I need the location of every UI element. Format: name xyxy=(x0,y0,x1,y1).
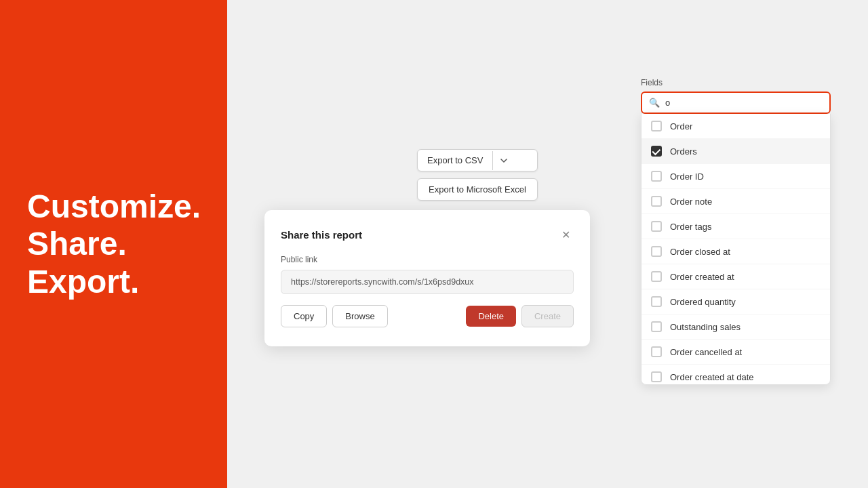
field-checkbox xyxy=(651,371,662,382)
field-item[interactable]: Ordered quantity xyxy=(642,289,830,314)
export-csv-label: Export to CSV xyxy=(418,150,492,171)
share-modal: Share this report ✕ Public link https://… xyxy=(264,210,590,346)
field-item[interactable]: Outstanding sales xyxy=(642,314,830,340)
fields-panel: Fields 🔍 OrderOrdersOrder IDOrder noteOr… xyxy=(641,78,831,385)
field-item[interactable]: Order tags xyxy=(642,214,830,239)
fields-search-input[interactable] xyxy=(665,98,823,108)
left-panel: Customize. Share. Export. xyxy=(0,0,227,488)
field-name: Order created at xyxy=(670,272,734,282)
field-checkbox xyxy=(651,346,662,357)
link-url-display: https://storereports.syncwith.com/s/1x6p… xyxy=(281,270,574,294)
export-area: Export to CSV Export to Microsoft Excel xyxy=(417,149,538,201)
chevron-down-icon xyxy=(500,157,508,165)
field-name: Order ID xyxy=(670,171,704,182)
field-name: Orders xyxy=(670,146,697,157)
field-name: Order closed at xyxy=(670,247,730,257)
share-actions: Copy Browse Delete Create xyxy=(281,305,574,327)
fields-label: Fields xyxy=(641,78,831,87)
close-button[interactable]: ✕ xyxy=(557,226,574,243)
field-item[interactable]: Order created at date xyxy=(642,365,830,385)
field-checkbox xyxy=(651,121,662,131)
field-checkbox xyxy=(651,321,662,332)
field-checkbox xyxy=(651,246,662,257)
field-checkbox xyxy=(651,271,662,282)
field-item[interactable]: Order closed at xyxy=(642,239,830,264)
field-name: Ordered quantity xyxy=(670,297,736,307)
copy-button[interactable]: Copy xyxy=(281,305,327,327)
field-checkbox xyxy=(651,221,662,232)
browse-button[interactable]: Browse xyxy=(332,305,387,327)
share-modal-title: Share this report xyxy=(281,229,362,241)
right-panel: Export to CSV Export to Microsoft Excel … xyxy=(227,0,868,488)
export-csv-wrapper: Export to CSV xyxy=(417,149,538,171)
fields-dropdown: OrderOrdersOrder IDOrder noteOrder tagsO… xyxy=(641,114,831,385)
field-name: Order cancelled at xyxy=(670,347,742,357)
public-link-label: Public link xyxy=(281,255,574,264)
delete-button[interactable]: Delete xyxy=(466,306,516,327)
field-item[interactable]: Orders xyxy=(642,139,830,164)
field-checkbox xyxy=(651,171,662,182)
field-item[interactable]: Order created at xyxy=(642,264,830,289)
share-modal-header: Share this report ✕ xyxy=(281,226,574,243)
field-name: Order tags xyxy=(670,222,711,232)
field-name: Order xyxy=(670,121,692,131)
hero-headline: Customize. Share. Export. xyxy=(27,188,201,300)
field-item[interactable]: Order note xyxy=(642,189,830,214)
create-button[interactable]: Create xyxy=(521,305,574,327)
field-name: Order note xyxy=(670,197,712,207)
field-checkbox xyxy=(651,196,662,207)
field-item[interactable]: Order xyxy=(642,114,830,139)
field-name: Outstanding sales xyxy=(670,322,741,332)
field-checkbox xyxy=(651,146,662,157)
field-item[interactable]: Order ID xyxy=(642,164,830,189)
field-checkbox xyxy=(651,296,662,307)
search-icon: 🔍 xyxy=(649,98,660,108)
field-item[interactable]: Order cancelled at xyxy=(642,340,830,365)
export-csv-chevron[interactable] xyxy=(492,151,515,170)
field-name: Order created at date xyxy=(670,372,754,382)
export-excel-button[interactable]: Export to Microsoft Excel xyxy=(417,178,538,201)
fields-search-box: 🔍 xyxy=(641,92,831,114)
